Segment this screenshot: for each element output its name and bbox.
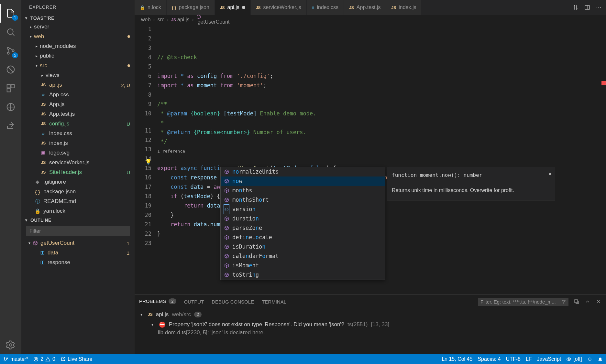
outline-item[interactable]: response (21, 258, 135, 267)
panel-tab[interactable]: TERMINAL (262, 299, 286, 305)
activity-scm[interactable]: 5 (0, 41, 21, 60)
file-row[interactable]: JSapi.js2, U (21, 80, 135, 90)
suggestion-item[interactable]: parseZone (221, 223, 385, 233)
activity-debug[interactable] (0, 60, 21, 79)
folder-row[interactable]: ▾web (21, 32, 135, 41)
status-language[interactable]: JavaScript (537, 356, 561, 362)
file-row[interactable]: ▣logo.svg (21, 148, 135, 158)
code-line[interactable]: * @return {Promise<number>} Number of us… (157, 128, 606, 137)
code-line[interactable]: import * as config from './config'; (157, 71, 606, 81)
breadcrumb-item[interactable]: getUserCount (196, 15, 230, 25)
folder-row[interactable]: ▸node_modules (21, 41, 135, 51)
code-line[interactable]: * (157, 118, 606, 128)
code-line[interactable]: // @ts-check (157, 53, 606, 62)
status-preview[interactable]: [off] (566, 356, 582, 362)
folder-row[interactable]: ▸public (21, 51, 135, 61)
suggestion-item[interactable]: months (221, 186, 385, 195)
compare-icon[interactable] (573, 5, 578, 10)
code-line[interactable] (157, 154, 606, 164)
file-row[interactable]: JSindex.js (21, 138, 135, 148)
status-errors[interactable]: 2 0 (33, 356, 55, 362)
lightbulb-icon[interactable]: 💡 (145, 157, 152, 166)
breadcrumb-item[interactable]: JSapi.js (171, 17, 189, 23)
editor-tab[interactable]: JSapi.js (215, 0, 251, 15)
activity-extensions[interactable] (0, 79, 21, 98)
suggestion-item[interactable]: isMoment (221, 261, 385, 270)
code-line[interactable]: * @param {boolean} [testMode] Enable dem… (157, 109, 606, 118)
close-panel-icon[interactable] (596, 299, 601, 305)
file-row[interactable]: ◆.gitignore (21, 177, 135, 187)
status-branch[interactable]: master* (3, 356, 28, 362)
breadcrumbs[interactable]: web›src›JSapi.js›getUserCount (135, 15, 606, 25)
suggestion-item[interactable]: isDuration (221, 242, 385, 252)
chevron-up-icon[interactable] (585, 299, 590, 305)
file-row[interactable]: JSApp.test.js (21, 109, 135, 119)
more-icon[interactable]: ⋯ (596, 4, 601, 11)
suggestion-item[interactable]: duration (221, 214, 385, 223)
suggestion-item[interactable]: calendarFormat (221, 252, 385, 261)
breadcrumb-item[interactable]: web (141, 17, 150, 23)
code-line[interactable] (157, 62, 606, 71)
suggestion-item[interactable]: now (221, 177, 385, 186)
panel-tab[interactable]: PROBLEMS2 (139, 298, 176, 305)
suggestion-item[interactable]: monthsShort (221, 195, 385, 205)
file-row[interactable]: JSSiteHeader.jsU (21, 167, 135, 177)
activity-remote[interactable] (0, 98, 21, 116)
panel-tab[interactable]: DEBUG CONSOLE (212, 299, 254, 305)
file-row[interactable]: #App.css (21, 90, 135, 100)
activity-explorer[interactable]: 1 (0, 4, 21, 23)
status-feedback[interactable]: ☺ (587, 356, 592, 362)
breadcrumb-item[interactable]: src (158, 17, 164, 23)
file-row[interactable]: 🔒yarn.lock (21, 206, 135, 216)
codelens[interactable]: 1 reference (157, 146, 606, 154)
overview-error-marker[interactable] (601, 81, 606, 85)
panel-tab[interactable]: OUTPUT (184, 299, 204, 305)
file-row[interactable]: { }package.json (21, 187, 135, 197)
suggestion-item[interactable]: abversion (221, 205, 385, 214)
file-row[interactable]: JSconfig.jsU (21, 119, 135, 129)
problem-item[interactable]: ▾ ⛔ Property 'jsonX' does not exist on t… (139, 320, 601, 329)
outline-filter[interactable]: Filter (26, 226, 130, 236)
activity-search[interactable] (0, 23, 21, 41)
collapse-all-icon[interactable] (574, 299, 579, 305)
suggest-widget[interactable]: normalizeUnitsnowmonthsmonthsShortabvers… (220, 167, 385, 280)
folder-row[interactable]: ▾src (21, 61, 135, 70)
editor-tab[interactable]: 🔒n.lock (135, 0, 167, 15)
split-editor-icon[interactable] (584, 5, 590, 10)
file-row[interactable]: JSApp.js (21, 100, 135, 109)
problems-file-row[interactable]: ▾ JS api.js web/src 2 (139, 309, 601, 320)
suggestion-item[interactable]: normalizeUnits (221, 167, 385, 177)
folder-row[interactable]: ▸views (21, 70, 135, 80)
file-row[interactable]: #index.css (21, 129, 135, 138)
file-row[interactable]: ⓘREADME.md (21, 197, 135, 206)
status-eol[interactable]: LF (526, 356, 532, 362)
editor-tab[interactable]: { }package.json (167, 0, 215, 15)
status-encoding[interactable]: UTF-8 (506, 356, 521, 362)
activity-settings[interactable] (0, 336, 21, 354)
editor-tab[interactable]: JSserviceWorker.js (251, 0, 307, 15)
editor[interactable]: 1234567891011121314151617181920212223 💡 … (135, 25, 606, 294)
file-row[interactable]: JSserviceWorker.js (21, 158, 135, 167)
status-bell[interactable] (598, 357, 603, 362)
overview-ruler[interactable] (601, 25, 606, 294)
close-icon[interactable]: × (548, 169, 552, 178)
status-cursor[interactable]: Ln 15, Col 45 (442, 356, 472, 362)
explorer-project-header[interactable]: ▾TOAST'RE (21, 14, 135, 22)
outline-item[interactable]: data1 (21, 248, 135, 258)
problem-related[interactable]: lib.dom.d.ts[2230, 5]: 'json' is declare… (139, 329, 601, 338)
activity-share[interactable] (0, 116, 21, 135)
code-line[interactable]: */ (157, 137, 606, 146)
folder-row[interactable]: ▸server (21, 22, 135, 32)
outline-header[interactable]: ▾OUTLINE (21, 216, 135, 224)
code-line[interactable]: import * as moment from 'moment'; (157, 81, 606, 90)
outline-item[interactable]: ▾getUserCount1 (21, 238, 135, 248)
suggestion-item[interactable]: toString (221, 270, 385, 280)
code-line[interactable] (157, 90, 606, 100)
editor-tab[interactable]: JSApp.test.js (344, 0, 386, 15)
editor-tab[interactable]: #index.css (307, 0, 344, 15)
code-line[interactable]: /** (157, 100, 606, 109)
problems-filter[interactable]: Filter. Eg: text, **/*.ts, !**/node_m... (478, 298, 568, 306)
status-live-share[interactable]: Live Share (61, 356, 93, 362)
status-spaces[interactable]: Spaces: 4 (478, 356, 501, 362)
editor-tab[interactable]: JSindex.js (386, 0, 422, 15)
